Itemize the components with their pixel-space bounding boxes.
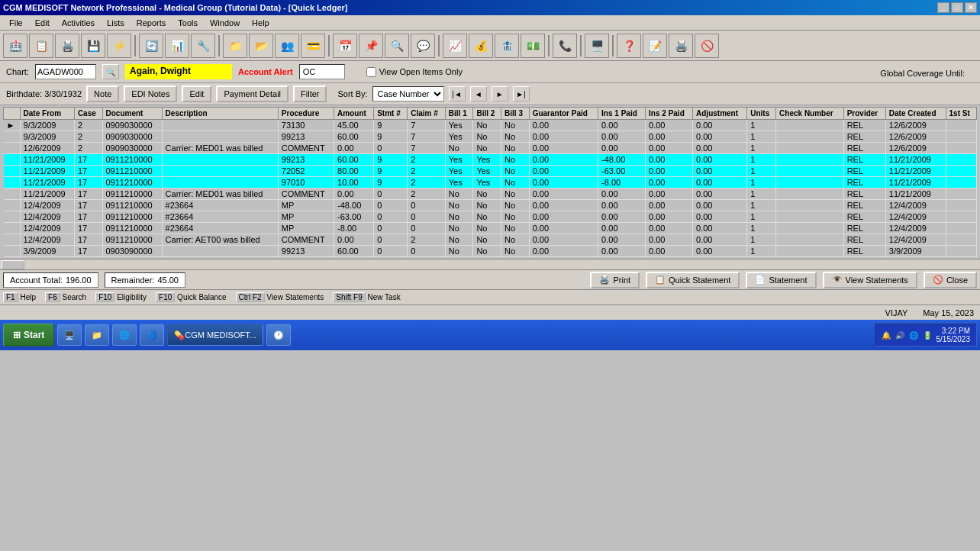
toolbar-btn-4[interactable]: 💾 — [81, 34, 105, 58]
toolbar-btn-18[interactable]: 💰 — [469, 34, 493, 58]
toolbar-btn-11[interactable]: 👥 — [275, 34, 299, 58]
toolbar-btn-2[interactable]: 📋 — [29, 34, 53, 58]
sort-by-select[interactable]: Case Number Date Description — [372, 86, 444, 102]
col-document[interactable]: Document — [102, 108, 162, 120]
col-stmt[interactable]: Stmt # — [374, 108, 408, 120]
toolbar-btn-1[interactable]: 🏥 — [3, 34, 27, 58]
col-ins1-paid[interactable]: Ins 1 Paid — [598, 108, 646, 120]
shortcut-f6: F6 Search — [45, 293, 86, 301]
taskbar-folder[interactable]: 📁 — [85, 324, 109, 346]
table-row[interactable]: ►9/3/2009209090300007313045.0097YesNoNo0… — [4, 120, 977, 131]
toolbar-btn-13[interactable]: 📅 — [333, 34, 357, 58]
menu-tools[interactable]: Tools — [172, 17, 204, 29]
toolbar-btn-3[interactable]: 🖨️ — [55, 34, 79, 58]
taskbar-explorer[interactable]: 🖥️ — [57, 324, 82, 346]
toolbar-btn-8[interactable]: 🔧 — [191, 34, 215, 58]
table-row[interactable]: 12/4/2009170911210000#23664MP-8.0000NoNo… — [4, 223, 977, 234]
print-button[interactable]: 🖨️ Print — [590, 272, 640, 288]
table-row[interactable]: 12/4/2009170911210000Carrier: AET00 was … — [4, 234, 977, 246]
toolbar-btn-5[interactable]: ⚡ — [107, 34, 131, 58]
toolbar-btn-20[interactable]: 💵 — [521, 34, 545, 58]
table-row[interactable]: 11/21/20091709112100009921360.0092YesYes… — [4, 154, 977, 166]
taskbar-medisoft[interactable]: 💊 CGM MEDISOFT... — [167, 324, 263, 346]
chart-input[interactable] — [35, 64, 96, 79]
menu-lists[interactable]: Lists — [101, 17, 131, 29]
nav-prev-btn[interactable]: ◄ — [470, 86, 487, 102]
col-guar-paid[interactable]: Guarantor Paid — [529, 108, 598, 120]
note-button[interactable]: Note — [86, 85, 119, 102]
table-row[interactable]: 9/3/2009209090300009921360.0097YesNoNo0.… — [4, 131, 977, 143]
account-alert-input[interactable] — [299, 64, 345, 79]
col-claim[interactable]: Claim # — [408, 108, 446, 120]
app-title: CGM MEDISOFT Network Professional - Medi… — [3, 3, 347, 12]
toolbar-btn-print[interactable]: 📝 — [643, 34, 667, 58]
start-button[interactable]: ⊞ Start — [3, 324, 54, 346]
toolbar-btn-14[interactable]: 📌 — [359, 34, 383, 58]
col-provider[interactable]: Provider — [843, 108, 885, 120]
toolbar-btn-7[interactable]: 📊 — [165, 34, 189, 58]
taskbar-circle[interactable]: 🔵 — [140, 324, 164, 346]
col-ins2-paid[interactable]: Ins 2 Paid — [646, 108, 693, 120]
toolbar-btn-15[interactable]: 🔍 — [385, 34, 409, 58]
toolbar-btn-help[interactable]: ❓ — [617, 34, 641, 58]
toolbar-btn-22[interactable]: 🖥️ — [585, 34, 609, 58]
col-amount[interactable]: Amount — [334, 108, 374, 120]
statement-button[interactable]: 📄 Statement — [746, 272, 816, 288]
minimize-btn[interactable]: _ — [937, 2, 949, 13]
table-row[interactable]: 11/21/2009170911210000Carrier: MED01 was… — [4, 188, 977, 200]
table-row[interactable]: 3/9/20091709030900009921360.0000NoNoNo0.… — [4, 246, 977, 257]
col-description[interactable]: Description — [162, 108, 278, 120]
nav-last-btn[interactable]: ►| — [513, 86, 530, 102]
toolbar-btn-export[interactable]: 🖨️ — [669, 34, 693, 58]
hscroll-bar[interactable] — [0, 259, 980, 269]
toolbar-btn-6[interactable]: 🔄 — [139, 34, 163, 58]
menu-window[interactable]: Window — [204, 17, 246, 29]
menu-activities[interactable]: Activities — [56, 17, 101, 29]
view-open-items-checkbox[interactable] — [366, 67, 376, 77]
col-bill2[interactable]: Bill 2 — [473, 108, 501, 120]
col-date-created[interactable]: Date Created — [885, 108, 946, 120]
close-button[interactable]: 🚫 Close — [924, 272, 977, 288]
menu-help[interactable]: Help — [246, 17, 276, 29]
chart-lookup-btn[interactable]: 🔍 — [102, 64, 119, 79]
edi-notes-button[interactable]: EDI Notes — [124, 85, 177, 102]
toolbar-btn-19[interactable]: 🏦 — [495, 34, 519, 58]
filter-button[interactable]: Filter — [293, 85, 327, 102]
col-bill1[interactable]: Bill 1 — [445, 108, 473, 120]
nav-first-btn[interactable]: |◄ — [449, 86, 466, 102]
table-row[interactable]: 11/21/20091709112100009701010.0092YesYes… — [4, 177, 977, 188]
toolbar-btn-21[interactable]: 📞 — [553, 34, 577, 58]
close-title-btn[interactable]: ✕ — [965, 2, 977, 13]
col-units[interactable]: Units — [747, 108, 776, 120]
col-check-num[interactable]: Check Number — [776, 108, 844, 120]
toolbar-btn-9[interactable]: 📁 — [223, 34, 247, 58]
restore-btn[interactable]: □ — [951, 2, 963, 13]
col-first-st[interactable]: 1st St — [946, 108, 976, 120]
col-adjustment[interactable]: Adjustment — [693, 108, 747, 120]
table-row[interactable]: 12/4/2009170911210000#23664MP-63.0000NoN… — [4, 211, 977, 223]
taskbar-clock-app[interactable]: 🕐 — [266, 324, 291, 346]
edit-button[interactable]: Edit — [182, 85, 211, 102]
toolbar-btn-12[interactable]: 💳 — [301, 34, 325, 58]
toolbar-btn-close[interactable]: 🚫 — [695, 34, 719, 58]
table-row[interactable]: 11/21/20091709112100007205280.0092YesYes… — [4, 166, 977, 177]
col-date-from[interactable]: Date From — [20, 108, 74, 120]
nav-next-btn[interactable]: ► — [492, 86, 508, 102]
toolbar-btn-17[interactable]: 📈 — [443, 34, 467, 58]
table-row[interactable]: 12/6/200920909030000Carrier: MED01 was b… — [4, 143, 977, 154]
col-bill3[interactable]: Bill 3 — [501, 108, 530, 120]
table-row[interactable]: 12/4/2009170911210000#23664MP-48.0000NoN… — [4, 200, 977, 211]
toolbar-btn-16[interactable]: 💬 — [411, 34, 435, 58]
menu-reports[interactable]: Reports — [131, 17, 172, 29]
view-statements-button[interactable]: 👁️ View Statements — [823, 272, 917, 288]
col-case[interactable]: Case — [74, 108, 102, 120]
quick-statement-button[interactable]: 📋 Quick Statement — [646, 272, 740, 288]
menu-file[interactable]: File — [3, 17, 29, 29]
col-procedure[interactable]: Procedure — [278, 108, 334, 120]
payment-detail-button[interactable]: Payment Detail — [216, 85, 289, 102]
toolbar-sep-3 — [328, 35, 330, 56]
hscroll-thumb[interactable] — [2, 260, 24, 269]
menu-edit[interactable]: Edit — [29, 17, 56, 29]
taskbar-browser[interactable]: 🌐 — [112, 324, 137, 346]
toolbar-btn-10[interactable]: 📂 — [249, 34, 273, 58]
